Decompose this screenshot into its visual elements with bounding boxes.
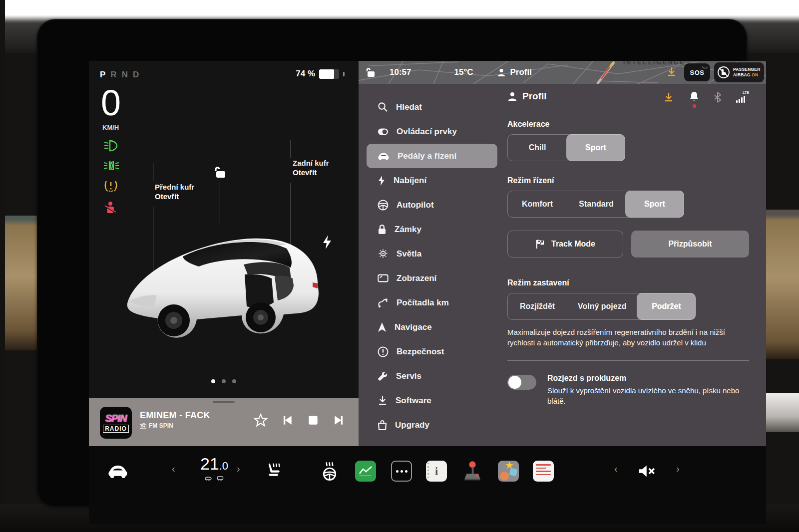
next-track-icon[interactable] xyxy=(333,414,346,427)
sidebar-label: Navigace xyxy=(395,322,432,332)
battery-icon-nub xyxy=(343,72,345,76)
car-controls-button[interactable] xyxy=(106,456,130,486)
pedals-steering-content: Profil xyxy=(505,84,766,446)
page-dot-1[interactable] xyxy=(211,379,215,383)
sidebar-item-navigation[interactable]: Navigace xyxy=(367,315,497,339)
front-trunk-action[interactable]: Otevřít xyxy=(155,192,194,202)
manual-app-button[interactable]: i xyxy=(424,456,448,486)
arcade-app-button[interactable] xyxy=(460,456,484,486)
station-logo-text-bottom: RADIO xyxy=(103,425,129,433)
steering-option-sport[interactable]: Sport xyxy=(625,191,684,218)
rear-trunk-action[interactable]: Otevřít xyxy=(293,168,329,178)
stopping-option-roll[interactable]: Volný pojezd xyxy=(567,293,637,319)
content-title: Profil xyxy=(522,91,547,102)
gear-p: P xyxy=(100,70,106,79)
toybox-app-button[interactable]: ★ xyxy=(496,456,520,486)
page-dot-2[interactable] xyxy=(222,379,226,383)
acceleration-title: Akcelerace xyxy=(507,120,749,129)
sidebar-item-locks[interactable]: Zámky xyxy=(367,217,497,242)
media-source-label: FM SPIN xyxy=(149,422,173,429)
stopping-option-hold[interactable]: Podržet xyxy=(637,293,696,320)
steering-heater-button[interactable] xyxy=(318,456,342,486)
volume-up-chevron[interactable]: › xyxy=(676,463,680,475)
update-download-icon[interactable] xyxy=(666,66,677,79)
cluster-page-dots[interactable] xyxy=(89,379,359,383)
steering-option-komfort[interactable]: Komfort xyxy=(508,191,567,217)
now-playing-title: EMINEM - FACK xyxy=(140,410,210,421)
alert-icon xyxy=(378,346,389,357)
vehicle-3d-view[interactable] xyxy=(119,209,334,353)
seatbelt-icon xyxy=(104,201,117,215)
sidebar-item-lights[interactable]: Světla xyxy=(367,242,497,266)
stopping-option-creep[interactable]: Rozjíždět xyxy=(508,293,567,319)
sidebar-item-controls[interactable]: Ovládací prvky xyxy=(367,119,497,144)
more-apps-button[interactable] xyxy=(390,456,413,486)
sidebar-item-upgrades[interactable]: Upgrady xyxy=(367,413,497,437)
passenger-airbag-badge: PASSENGER AIRBAG ON xyxy=(714,62,764,82)
station-logo[interactable]: SPIN RADIO xyxy=(100,407,132,439)
bluetooth-icon[interactable] xyxy=(714,92,721,103)
track-mode-button[interactable]: Track Mode xyxy=(507,231,623,258)
steering-mode-title: Režim řízení xyxy=(507,176,749,185)
temp-up-chevron[interactable]: › xyxy=(237,463,240,475)
low-beam-icon xyxy=(104,140,119,152)
sidebar-item-search[interactable]: Hledat xyxy=(367,95,497,119)
energy-app-button[interactable] xyxy=(354,456,378,486)
front-trunk-callout[interactable]: Přední kufr Otevřít xyxy=(155,183,194,202)
sidebar-label: Počítadla km xyxy=(397,298,449,308)
profile-button[interactable]: Profil xyxy=(497,67,531,77)
manual-app-icon: i xyxy=(426,461,447,482)
sos-button[interactable]: SOS 📞 xyxy=(684,63,710,81)
bulb-icon xyxy=(378,249,389,260)
stopping-mode-description: Maximalizuje dojezd rozšířením regenerat… xyxy=(507,327,746,348)
station-logo-text-top: SPIN xyxy=(105,413,127,424)
customize-button[interactable]: Přizpůsobit xyxy=(631,231,749,258)
sidebar-item-trips[interactable]: Počítadla km xyxy=(367,290,497,315)
calendar-app-icon xyxy=(533,461,554,482)
sidebar-item-service[interactable]: Servis xyxy=(367,364,497,388)
calendar-app-button[interactable] xyxy=(531,456,555,486)
navigation-icon xyxy=(378,322,387,332)
favorite-star-icon[interactable] xyxy=(254,413,268,427)
volume-mute-button[interactable] xyxy=(635,456,659,486)
screen-bezel: PRND 74 % 0 KM/H xyxy=(37,19,747,506)
slip-start-toggle[interactable] xyxy=(507,375,536,390)
media-player[interactable]: SPIN RADIO EMINEM - FACK FM SPIN xyxy=(89,398,359,446)
notifications-bell-icon[interactable] xyxy=(689,91,699,104)
instrument-cluster: PRND 74 % 0 KM/H xyxy=(89,61,359,446)
temp-down-chevron[interactable]: ‹ xyxy=(172,463,175,475)
sidebar-item-pedals-steering[interactable]: Pedály a řízení xyxy=(367,144,497,168)
sidebar-label: Hledat xyxy=(396,102,422,112)
sidebar-item-software[interactable]: Software xyxy=(367,388,497,413)
unlocked-icon[interactable] xyxy=(213,165,228,182)
section-divider xyxy=(507,360,749,361)
rear-trunk-callout[interactable]: Zadní kufr Otevřít xyxy=(293,159,329,178)
acceleration-option-chill[interactable]: Chill xyxy=(508,135,567,161)
settings-sidebar: Hledat Ovládací prvky xyxy=(359,84,505,446)
steering-option-standard[interactable]: Standard xyxy=(567,191,626,217)
sidebar-item-display[interactable]: Zobrazení xyxy=(367,266,497,290)
search-icon xyxy=(378,102,388,112)
telltale-column xyxy=(104,140,119,215)
map-strip[interactable]: INTELLIGENCE 10:57 15°C xyxy=(359,61,766,84)
volume-down-chevron[interactable]: ‹ xyxy=(614,463,618,475)
sidebar-item-charging[interactable]: Nabíjení xyxy=(367,168,497,193)
previous-track-icon[interactable] xyxy=(281,414,294,427)
airbag-text-line1: PASSENGER xyxy=(733,67,761,72)
steering-wheel-icon xyxy=(378,200,389,211)
sidebar-item-autopilot[interactable]: Autopilot xyxy=(367,193,497,217)
acceleration-option-sport[interactable]: Sport xyxy=(566,134,625,161)
steering-segmented: Komfort Standard Sport xyxy=(507,191,684,218)
sidebar-label: Autopilot xyxy=(397,200,434,210)
seat-heater-button[interactable] xyxy=(262,456,286,486)
sidebar-item-safety[interactable]: Bezpečnost xyxy=(367,339,497,364)
track-mode-label: Track Mode xyxy=(551,240,595,249)
bag-icon xyxy=(378,420,387,430)
front-trunk-line xyxy=(153,163,153,181)
radio-icon xyxy=(140,423,146,429)
software-update-icon[interactable] xyxy=(663,92,674,103)
page-dot-3[interactable] xyxy=(232,379,236,383)
outside-temperature: 15°C xyxy=(454,67,473,77)
stop-icon[interactable] xyxy=(307,414,320,427)
battery-percent: 74 % xyxy=(296,69,315,79)
